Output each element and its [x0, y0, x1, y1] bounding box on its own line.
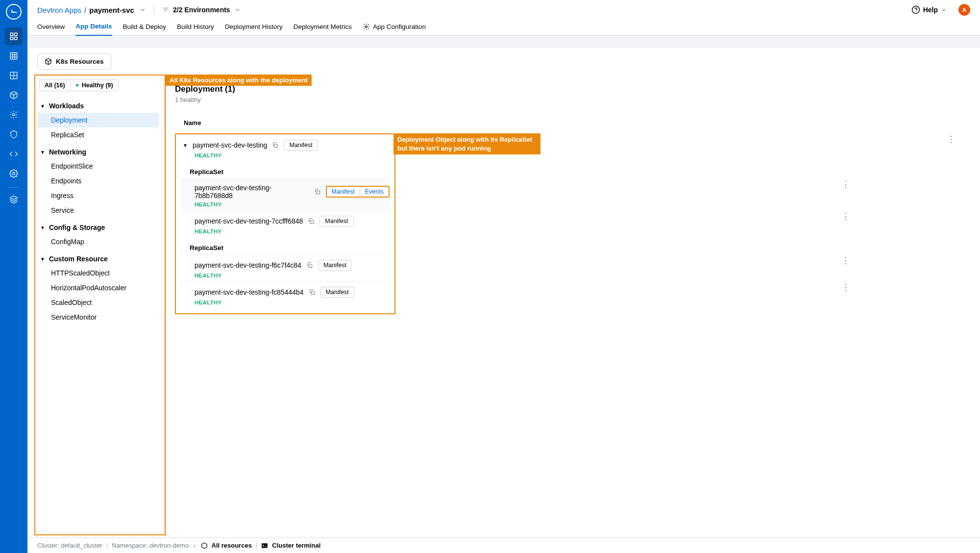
status-badge: HEALTHY — [195, 201, 390, 207]
header: Devtron Apps / payment-svc 2/2 Environme… — [27, 0, 980, 20]
kebab-menu[interactable]: ⋮ — [841, 259, 850, 261]
svg-rect-2 — [10, 37, 13, 40]
tab-deployment-history[interactable]: Deployment History — [225, 20, 283, 35]
tab-overview[interactable]: Overview — [37, 20, 65, 35]
chevron-right-icon: › — [194, 542, 196, 549]
kebab-menu[interactable]: ⋮ — [841, 183, 850, 185]
status-badge: HEALTHY — [195, 273, 390, 278]
footer-all-resources[interactable]: All resources — [212, 542, 252, 549]
nav-apps-icon[interactable] — [5, 27, 23, 45]
manifest-button[interactable]: Manifest — [318, 260, 352, 271]
breadcrumb-root[interactable]: Devtron Apps — [37, 6, 81, 14]
status-badge: HEALTHY — [195, 152, 390, 158]
tree-item[interactable]: Endpoints — [37, 174, 159, 188]
nav-code-icon[interactable] — [5, 145, 23, 163]
events-button[interactable]: Events — [360, 187, 389, 197]
resource-tree: All (16) ♥ Healthy (9) ▼Workloads Deploy… — [34, 75, 162, 329]
nav-window-icon[interactable] — [5, 67, 23, 84]
svg-rect-0 — [10, 33, 13, 35]
copy-icon[interactable] — [314, 188, 321, 195]
annotation-box-deployment: Deployment Object along with its Replica… — [175, 133, 395, 314]
detail-subtitle: 1 healthy — [175, 96, 970, 103]
chevron-down-icon[interactable] — [234, 6, 241, 13]
tab-build-history[interactable]: Build History — [177, 20, 214, 35]
manifest-button[interactable]: Manifest — [320, 287, 354, 298]
tree-group-workloads[interactable]: ▼Workloads — [37, 99, 159, 113]
environment-filter[interactable]: 2/2 Environments — [162, 6, 241, 14]
nav-layers-icon[interactable] — [5, 191, 23, 208]
tab-deployment-metrics[interactable]: Deployment Metrics — [294, 20, 352, 35]
status-badge: HEALTHY — [195, 300, 390, 305]
column-header-name: Name — [175, 112, 970, 131]
tab-app-config[interactable]: App Configuration — [363, 20, 426, 35]
tab-build-deploy[interactable]: Build & Deploy — [123, 20, 167, 35]
kebab-menu[interactable]: ⋮ — [841, 215, 850, 217]
tree-group-custom[interactable]: ▼Custom Resource — [37, 252, 159, 266]
detail-title: Deployment (1) — [175, 84, 970, 94]
svg-point-6 — [13, 114, 15, 116]
svg-point-7 — [13, 173, 15, 175]
cube-icon — [201, 542, 208, 549]
manifest-button[interactable]: Manifest — [327, 187, 360, 197]
copy-icon[interactable] — [272, 142, 279, 149]
breadcrumb[interactable]: Devtron Apps / payment-svc — [37, 6, 146, 14]
filter-icon — [162, 6, 169, 13]
nav-divider — [8, 187, 20, 188]
copy-icon[interactable] — [309, 289, 316, 296]
tree-item[interactable]: ServiceMonitor — [37, 310, 159, 325]
tree-item[interactable]: HTTPScaledObject — [37, 266, 159, 280]
terminal-icon — [261, 542, 268, 549]
chevron-down-icon — [941, 7, 947, 13]
footer-cluster: Cluster: default_cluster — [37, 542, 102, 549]
svg-point-9 — [366, 25, 368, 27]
svg-rect-15 — [262, 543, 268, 548]
tree-item-deployment[interactable]: Deployment — [37, 113, 159, 127]
nav-gear-icon[interactable] — [5, 106, 23, 124]
svg-rect-4 — [10, 52, 17, 59]
svg-rect-10 — [275, 144, 278, 147]
annotation-label-sidebar: All K8s Resources along with the deploym… — [166, 75, 312, 86]
logo-icon — [6, 4, 22, 20]
status-badge: HEALTHY — [195, 228, 390, 234]
avatar[interactable]: A — [958, 4, 970, 16]
nav-cube-icon[interactable] — [5, 86, 23, 104]
help-icon — [911, 5, 920, 14]
manifest-button[interactable]: Manifest — [319, 216, 353, 226]
chip-all[interactable]: All (16) — [40, 80, 70, 91]
svg-rect-14 — [311, 291, 314, 294]
tree-item[interactable]: Service — [37, 203, 159, 218]
replicaset-row: payment-svc-dev-testing-f6c7f4c84 Manife… — [181, 254, 390, 281]
replicaset-row: payment-svc-dev-testing-fc85444b4 Manife… — [181, 281, 390, 308]
annotation-box-buttons: Manifest Events — [326, 186, 390, 198]
copy-icon[interactable] — [306, 262, 313, 269]
expand-toggle[interactable]: ▼ — [183, 143, 188, 148]
tree-item[interactable]: EndpointSlice — [37, 159, 159, 174]
footer-namespace: Namespace: devtron-demo — [112, 542, 189, 549]
nav-settings-icon[interactable] — [5, 165, 23, 182]
tab-app-details[interactable]: App Details — [75, 20, 112, 36]
nav-shield-icon[interactable] — [5, 126, 23, 143]
footer: Cluster: default_cluster | Namespace: de… — [27, 537, 980, 553]
tree-item[interactable]: HorizontalPodAutoscaler — [37, 280, 159, 295]
breadcrumb-current[interactable]: payment-svc — [89, 6, 134, 14]
tree-item[interactable]: ScaledObject — [37, 295, 159, 310]
k8s-resources-tab[interactable]: K8s Resources — [37, 53, 111, 70]
heart-icon: ♥ — [75, 82, 79, 89]
tree-item[interactable]: ConfigMap — [37, 234, 159, 249]
deployment-row: ▼ payment-svc-dev-testing Manifest HEALT… — [181, 134, 390, 161]
tree-item-replicaset[interactable]: ReplicaSet — [37, 127, 159, 142]
tabs: Overview App Details Build & Deploy Buil… — [27, 20, 980, 36]
help-button[interactable]: Help — [911, 5, 947, 14]
tree-group-networking[interactable]: ▼Networking — [37, 145, 159, 159]
manifest-button[interactable]: Manifest — [284, 140, 318, 151]
tree-item[interactable]: Ingress — [37, 188, 159, 203]
kebab-menu[interactable]: ⋮ — [841, 286, 850, 288]
kebab-menu[interactable]: ⋮ — [947, 138, 956, 140]
copy-icon[interactable] — [308, 218, 315, 225]
chip-healthy[interactable]: ♥ Healthy (9) — [70, 80, 118, 91]
chevron-down-icon[interactable] — [139, 6, 146, 13]
replicaset-header: ReplicaSet — [181, 161, 390, 178]
nav-grid-icon[interactable] — [5, 47, 23, 65]
tree-group-config[interactable]: ▼Config & Storage — [37, 221, 159, 234]
footer-cluster-terminal[interactable]: Cluster terminal — [272, 542, 320, 549]
